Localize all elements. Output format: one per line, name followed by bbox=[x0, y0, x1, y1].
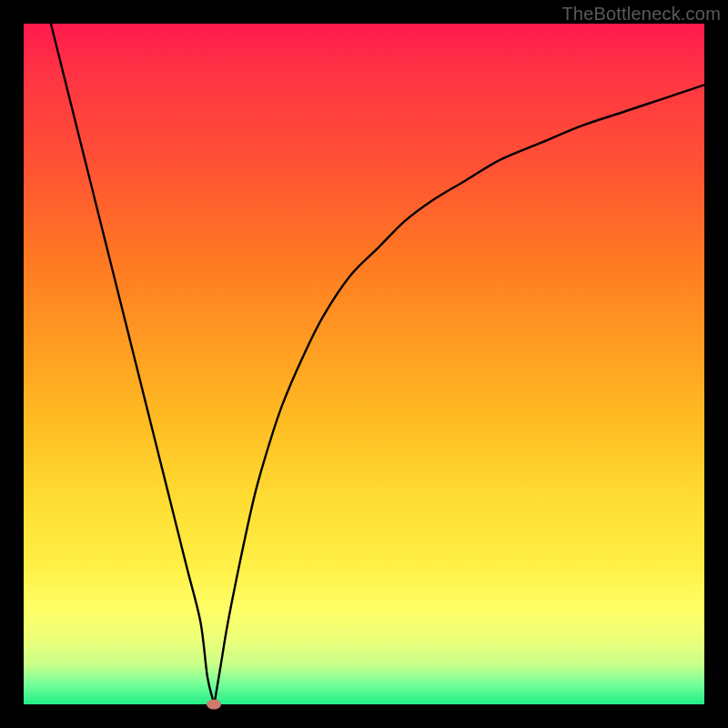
watermark-text: TheBottleneck.com bbox=[561, 4, 721, 25]
bottleneck-curve bbox=[24, 24, 704, 704]
minimum-marker bbox=[207, 700, 221, 710]
curve-path bbox=[51, 24, 704, 704]
chart-frame: TheBottleneck.com bbox=[0, 0, 728, 728]
plot-area bbox=[24, 24, 704, 704]
